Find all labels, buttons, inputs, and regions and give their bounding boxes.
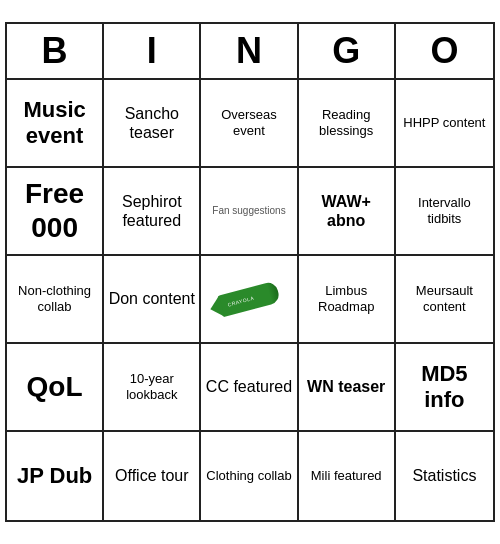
bingo-cell-17[interactable]: CC featured xyxy=(201,344,298,432)
bingo-cell-16[interactable]: 10-year lookback xyxy=(104,344,201,432)
bingo-cell-18[interactable]: WN teaser xyxy=(299,344,396,432)
bingo-cell-20[interactable]: JP Dub xyxy=(7,432,104,520)
bingo-cell-5[interactable]: Free 000 xyxy=(7,168,104,256)
cell-text-20: JP Dub xyxy=(17,463,92,489)
cell-text-22: Clothing collab xyxy=(206,468,291,484)
bingo-cell-23[interactable]: Mili featured xyxy=(299,432,396,520)
cell-text-8: WAW+ abno xyxy=(303,192,390,230)
cell-text-0: Music event xyxy=(11,97,98,150)
cell-text-10: Non-clothing collab xyxy=(11,283,98,314)
bingo-cell-3[interactable]: Reading blessings xyxy=(299,80,396,168)
bingo-header: BINGO xyxy=(7,24,493,80)
bingo-cell-24[interactable]: Statistics xyxy=(396,432,493,520)
cell-text-2: Overseas event xyxy=(205,107,292,138)
bingo-cell-22[interactable]: Clothing collab xyxy=(201,432,298,520)
bingo-cell-21[interactable]: Office tour xyxy=(104,432,201,520)
bingo-cell-14[interactable]: Meursault content xyxy=(396,256,493,344)
cell-text-1: Sancho teaser xyxy=(108,104,195,142)
cell-text-14: Meursault content xyxy=(400,283,489,314)
cell-text-6: Sephirot featured xyxy=(108,192,195,230)
bingo-cell-10[interactable]: Non-clothing collab xyxy=(7,256,104,344)
bingo-letter-i: I xyxy=(104,24,201,78)
bingo-cell-15[interactable]: QoL xyxy=(7,344,104,432)
cell-text-24: Statistics xyxy=(412,466,476,485)
cell-text-21: Office tour xyxy=(115,466,189,485)
bingo-grid: Music eventSancho teaserOverseas eventRe… xyxy=(7,80,493,520)
cell-text-15: QoL xyxy=(27,370,83,404)
cell-text-3: Reading blessings xyxy=(303,107,390,138)
cell-text-9: Intervallo tidbits xyxy=(400,195,489,226)
bingo-cell-4[interactable]: HHPP content xyxy=(396,80,493,168)
cell-text-5: Free 000 xyxy=(11,177,98,244)
bingo-letter-g: G xyxy=(299,24,396,78)
cell-text-11: Don content xyxy=(109,289,195,308)
bingo-cell-2[interactable]: Overseas event xyxy=(201,80,298,168)
bingo-cell-11[interactable]: Don content xyxy=(104,256,201,344)
bingo-letter-n: N xyxy=(201,24,298,78)
bingo-cell-0[interactable]: Music event xyxy=(7,80,104,168)
bingo-cell-12[interactable] xyxy=(201,256,298,344)
bingo-letter-b: B xyxy=(7,24,104,78)
bingo-cell-1[interactable]: Sancho teaser xyxy=(104,80,201,168)
crayon-icon xyxy=(217,281,281,318)
cell-text-4: HHPP content xyxy=(403,115,485,131)
bingo-cell-13[interactable]: Limbus Roadmap xyxy=(299,256,396,344)
bingo-letter-o: O xyxy=(396,24,493,78)
bingo-board: BINGO Music eventSancho teaserOverseas e… xyxy=(5,22,495,522)
bingo-cell-9[interactable]: Intervallo tidbits xyxy=(396,168,493,256)
cell-text-13: Limbus Roadmap xyxy=(303,283,390,314)
bingo-cell-6[interactable]: Sephirot featured xyxy=(104,168,201,256)
cell-text-19: MD5 info xyxy=(400,361,489,414)
cell-text-17: CC featured xyxy=(206,377,292,396)
bingo-cell-19[interactable]: MD5 info xyxy=(396,344,493,432)
cell-text-16: 10-year lookback xyxy=(108,371,195,402)
bingo-cell-8[interactable]: WAW+ abno xyxy=(299,168,396,256)
bingo-cell-7[interactable]: Fan suggestions xyxy=(201,168,298,256)
cell-text-18: WN teaser xyxy=(307,377,385,396)
cell-text-23: Mili featured xyxy=(311,468,382,484)
cell-text-7: Fan suggestions xyxy=(212,205,285,217)
